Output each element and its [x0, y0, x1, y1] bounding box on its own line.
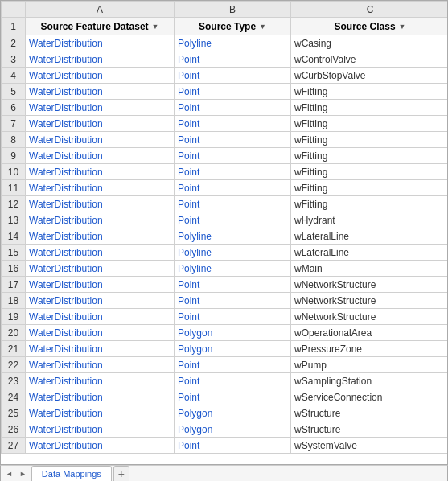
cell-source-type[interactable]: Point: [175, 438, 291, 454]
col-c-sort-icon[interactable]: ▼: [399, 23, 406, 31]
cell-source-feature-dataset[interactable]: WaterDistribution: [26, 116, 175, 132]
cell-source-feature-dataset[interactable]: WaterDistribution: [26, 421, 175, 438]
row-num-cell: 13: [2, 212, 26, 228]
cell-source-class[interactable]: wNetworkStructure: [291, 293, 449, 309]
row-num-cell: 16: [2, 261, 26, 277]
col-c-header: C: [291, 2, 449, 18]
cell-source-feature-dataset[interactable]: WaterDistribution: [26, 100, 175, 116]
cell-source-feature-dataset[interactable]: WaterDistribution: [26, 325, 175, 341]
cell-source-class[interactable]: wFitting: [291, 132, 449, 148]
col-b-data-header-label: Source Type: [199, 21, 256, 32]
cell-source-feature-dataset[interactable]: WaterDistribution: [26, 245, 175, 261]
cell-source-class[interactable]: wNetworkStructure: [291, 309, 449, 325]
cell-source-type[interactable]: Point: [175, 116, 291, 132]
cell-source-type[interactable]: Point: [175, 84, 291, 100]
cell-source-class[interactable]: wLateralLine: [291, 228, 449, 245]
cell-source-feature-dataset[interactable]: WaterDistribution: [26, 196, 175, 212]
cell-source-feature-dataset[interactable]: WaterDistribution: [26, 357, 175, 373]
col-b-data-header[interactable]: Source Type ▼: [175, 18, 291, 35]
col-a-sort-icon[interactable]: ▼: [152, 23, 159, 31]
cell-source-type[interactable]: Point: [175, 148, 291, 164]
cell-source-class[interactable]: wSamplingStation: [291, 373, 449, 389]
cell-source-feature-dataset[interactable]: WaterDistribution: [26, 212, 175, 228]
cell-source-class[interactable]: wHydrant: [291, 212, 449, 228]
cell-source-feature-dataset[interactable]: WaterDistribution: [26, 389, 175, 405]
cell-source-type[interactable]: Point: [175, 51, 291, 68]
cell-source-class[interactable]: wStructure: [291, 405, 449, 421]
cell-source-feature-dataset[interactable]: WaterDistribution: [26, 68, 175, 84]
cell-source-feature-dataset[interactable]: WaterDistribution: [26, 51, 175, 68]
cell-source-type[interactable]: Polyline: [175, 35, 291, 51]
row-num-cell: 11: [2, 180, 26, 196]
scroll-left-arrow[interactable]: ◄: [4, 470, 14, 478]
cell-source-class[interactable]: wSystemValve: [291, 438, 449, 454]
cell-source-type[interactable]: Point: [175, 309, 291, 325]
cell-source-class[interactable]: wOperationalArea: [291, 325, 449, 341]
cell-source-feature-dataset[interactable]: WaterDistribution: [26, 341, 175, 357]
cell-source-type[interactable]: Point: [175, 357, 291, 373]
table-row: 6WaterDistributionPointwFitting: [2, 100, 449, 116]
cell-source-type[interactable]: Point: [175, 68, 291, 84]
cell-source-class[interactable]: wCasing: [291, 35, 449, 51]
cell-source-type[interactable]: Point: [175, 180, 291, 196]
row-num-cell: 9: [2, 148, 26, 164]
cell-source-class[interactable]: wPump: [291, 357, 449, 373]
cell-source-type[interactable]: Point: [175, 389, 291, 405]
cell-source-type[interactable]: Polyline: [175, 245, 291, 261]
col-b-sort-icon[interactable]: ▼: [259, 23, 266, 31]
cell-source-type[interactable]: Polygon: [175, 325, 291, 341]
cell-source-feature-dataset[interactable]: WaterDistribution: [26, 132, 175, 148]
col-c-data-header[interactable]: Source Class ▼: [291, 18, 449, 35]
cell-source-class[interactable]: wFitting: [291, 84, 449, 100]
cell-source-feature-dataset[interactable]: WaterDistribution: [26, 373, 175, 389]
add-tab-button[interactable]: +: [113, 466, 129, 482]
cell-source-type[interactable]: Polygon: [175, 421, 291, 438]
cell-source-class[interactable]: wStructure: [291, 421, 449, 438]
cell-source-type[interactable]: Polygon: [175, 405, 291, 421]
cell-source-type[interactable]: Point: [175, 164, 291, 180]
cell-source-feature-dataset[interactable]: WaterDistribution: [26, 35, 175, 51]
cell-source-class[interactable]: wServiceConnection: [291, 389, 449, 405]
cell-source-feature-dataset[interactable]: WaterDistribution: [26, 148, 175, 164]
cell-source-type[interactable]: Point: [175, 212, 291, 228]
cell-source-feature-dataset[interactable]: WaterDistribution: [26, 84, 175, 100]
cell-source-type[interactable]: Point: [175, 132, 291, 148]
cell-source-class[interactable]: wMain: [291, 261, 449, 277]
table-row: 22WaterDistributionPointwPump: [2, 357, 449, 373]
cell-source-feature-dataset[interactable]: WaterDistribution: [26, 261, 175, 277]
cell-source-feature-dataset[interactable]: WaterDistribution: [26, 293, 175, 309]
row-num-cell: 15: [2, 245, 26, 261]
table-row: 4WaterDistributionPointwCurbStopValve: [2, 68, 449, 84]
cell-source-class[interactable]: wFitting: [291, 164, 449, 180]
spreadsheet-wrapper: A B C 1 Source: [0, 0, 448, 465]
cell-source-class[interactable]: wPressureZone: [291, 341, 449, 357]
scroll-right-arrow[interactable]: ►: [18, 470, 28, 478]
cell-source-type[interactable]: Polyline: [175, 228, 291, 245]
cell-source-type[interactable]: Point: [175, 277, 291, 293]
cell-source-type[interactable]: Point: [175, 373, 291, 389]
cell-source-class[interactable]: wLateralLine: [291, 245, 449, 261]
cell-source-type[interactable]: Polyline: [175, 261, 291, 277]
cell-source-feature-dataset[interactable]: WaterDistribution: [26, 180, 175, 196]
cell-source-class[interactable]: wControlValve: [291, 51, 449, 68]
cell-source-feature-dataset[interactable]: WaterDistribution: [26, 405, 175, 421]
data-mappings-tab[interactable]: Data Mappings: [31, 466, 112, 482]
cell-source-type[interactable]: Point: [175, 100, 291, 116]
col-a-data-header[interactable]: Source Feature Dataset ▼: [26, 18, 175, 35]
cell-source-type[interactable]: Polygon: [175, 341, 291, 357]
cell-source-class[interactable]: wFitting: [291, 196, 449, 212]
cell-source-class[interactable]: wFitting: [291, 100, 449, 116]
cell-source-class[interactable]: wFitting: [291, 116, 449, 132]
cell-source-feature-dataset[interactable]: WaterDistribution: [26, 228, 175, 245]
cell-source-class[interactable]: wFitting: [291, 148, 449, 164]
cell-source-class[interactable]: wCurbStopValve: [291, 68, 449, 84]
cell-source-class[interactable]: wFitting: [291, 180, 449, 196]
cell-source-feature-dataset[interactable]: WaterDistribution: [26, 438, 175, 454]
cell-source-feature-dataset[interactable]: WaterDistribution: [26, 309, 175, 325]
cell-source-class[interactable]: wNetworkStructure: [291, 277, 449, 293]
row-num-cell: 17: [2, 277, 26, 293]
cell-source-type[interactable]: Point: [175, 196, 291, 212]
cell-source-feature-dataset[interactable]: WaterDistribution: [26, 277, 175, 293]
cell-source-type[interactable]: Point: [175, 293, 291, 309]
cell-source-feature-dataset[interactable]: WaterDistribution: [26, 164, 175, 180]
